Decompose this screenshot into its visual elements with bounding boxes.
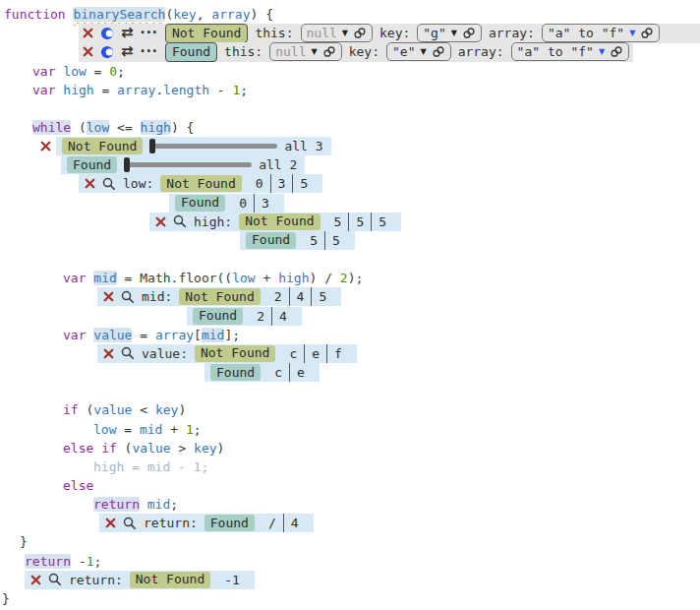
code-token: , — [197, 7, 212, 22]
probe-log-row: return:Not Found-1 — [0, 571, 700, 589]
chevron-down-icon[interactable]: ▼ — [599, 48, 605, 56]
probe-panel: low:Not Found035 — [79, 174, 322, 193]
value-cell: 5 — [327, 213, 349, 231]
code-token: if — [63, 402, 79, 417]
code-token: + — [256, 271, 278, 285]
magnifier-icon[interactable] — [102, 177, 116, 191]
code-token: + — [162, 422, 185, 437]
code-token — [66, 7, 74, 22]
probe-label: mid: — [142, 289, 172, 304]
code-token — [55, 64, 63, 79]
link-icon[interactable] — [640, 27, 654, 39]
code-token: value — [132, 441, 170, 456]
blank-line — [0, 99, 700, 118]
chevron-down-icon[interactable]: ▼ — [342, 30, 348, 37]
link-icon[interactable] — [432, 45, 445, 58]
code-token: var — [32, 83, 55, 97]
blank-line — [0, 382, 700, 400]
more-options-icon[interactable]: ••• — [141, 30, 158, 37]
value-cell: 0 — [249, 174, 270, 193]
link-icon[interactable] — [322, 45, 336, 58]
iteration-slider[interactable] — [149, 139, 277, 153]
close-icon[interactable] — [155, 216, 166, 227]
close-icon[interactable] — [40, 141, 51, 152]
link-icon[interactable] — [610, 45, 623, 58]
value-dropdown[interactable]: "a" to "f"▼ — [511, 42, 629, 61]
magnifier-icon[interactable] — [48, 573, 62, 586]
code-editor: function binarySearch(key, array) {⇄•••N… — [0, 0, 700, 610]
code-token: else — [63, 441, 93, 456]
code-line: else if (value > key) — [0, 439, 700, 458]
slider-track[interactable] — [151, 144, 277, 149]
status-badge: Not Found — [160, 175, 241, 192]
field-label: this: — [255, 26, 293, 40]
value-dropdown[interactable]: "a" to "f"▼ — [542, 24, 660, 42]
code-line: var high = array.length - 1; — [0, 81, 700, 99]
toggle-icon[interactable] — [100, 27, 114, 40]
code-token: ]; — [224, 328, 240, 342]
code-token: 1 — [194, 459, 202, 474]
value-dropdown[interactable]: null▼ — [269, 42, 341, 61]
dropdown-value: null — [275, 44, 306, 59]
code-token: high — [141, 120, 171, 135]
code-token: = — [116, 422, 139, 437]
value-list: 55 — [303, 231, 347, 250]
code-token: ; — [117, 64, 125, 79]
value-cell: c — [282, 344, 304, 363]
toggle-icon[interactable] — [100, 45, 114, 59]
code-token: value — [93, 402, 132, 417]
more-options-icon[interactable]: ••• — [141, 48, 158, 56]
chevron-down-icon[interactable]: ▼ — [451, 30, 457, 37]
magnifier-icon[interactable] — [173, 214, 187, 228]
swap-arrows-icon[interactable]: ⇄ — [121, 44, 134, 59]
value-list: cef — [282, 344, 348, 363]
close-icon[interactable] — [105, 518, 116, 528]
probe-panel: value:Not Foundcef — [97, 344, 357, 363]
probe-label: low: — [123, 176, 153, 191]
value-list: 035 — [249, 174, 315, 193]
value-dropdown[interactable]: "g"▼ — [417, 24, 482, 42]
value-cell: / — [262, 514, 283, 532]
code-token: } — [2, 591, 10, 606]
value-dropdown[interactable]: null▼ — [301, 24, 373, 42]
iteration-slider[interactable] — [124, 157, 252, 172]
code-line: else — [0, 476, 700, 495]
code-token — [71, 554, 79, 569]
value-cell: 5 — [311, 287, 333, 306]
probe-log-row: low:Not Found035 — [0, 174, 700, 193]
slider-thumb[interactable] — [124, 157, 130, 172]
link-icon[interactable] — [353, 27, 367, 39]
slider-thumb[interactable] — [149, 139, 155, 153]
code-token: array — [155, 328, 194, 342]
link-icon[interactable] — [462, 27, 476, 39]
value-cell: 3 — [254, 194, 276, 213]
chevron-down-icon[interactable]: ▼ — [629, 30, 635, 37]
value-cell: 2 — [267, 287, 289, 306]
magnifier-icon[interactable] — [123, 517, 137, 530]
field-label: array: — [489, 26, 535, 40]
magnifier-icon[interactable] — [121, 290, 135, 304]
close-icon[interactable] — [30, 575, 41, 585]
chevron-down-icon[interactable]: ▼ — [312, 48, 318, 56]
close-icon[interactable] — [103, 348, 114, 359]
code-token: low — [232, 271, 255, 285]
callsite-panel: ⇄•••Foundthis:null▼key:"e"▼array:"a" to … — [79, 42, 633, 62]
close-icon[interactable] — [103, 291, 114, 302]
slider-track[interactable] — [126, 162, 252, 167]
magnifier-icon[interactable] — [121, 346, 135, 360]
code-line: var mid = Math.floor((low + high) / 2); — [0, 269, 700, 287]
probe-panel: high:Not Found555 — [149, 213, 401, 231]
value-list: 245 — [267, 287, 333, 306]
swap-arrows-icon[interactable]: ⇄ — [121, 26, 134, 40]
close-icon[interactable] — [83, 28, 93, 38]
probe-log-row: return:Found/4 — [0, 514, 700, 532]
close-icon[interactable] — [83, 46, 93, 57]
code-token: mid — [140, 422, 162, 437]
code-token: length — [163, 83, 209, 97]
value-cell: e — [289, 363, 312, 382]
code-token: - — [170, 459, 193, 474]
close-icon[interactable] — [85, 178, 95, 189]
field-label: array: — [458, 44, 504, 59]
value-dropdown[interactable]: "e"▼ — [386, 42, 451, 61]
chevron-down-icon[interactable]: ▼ — [420, 48, 426, 56]
